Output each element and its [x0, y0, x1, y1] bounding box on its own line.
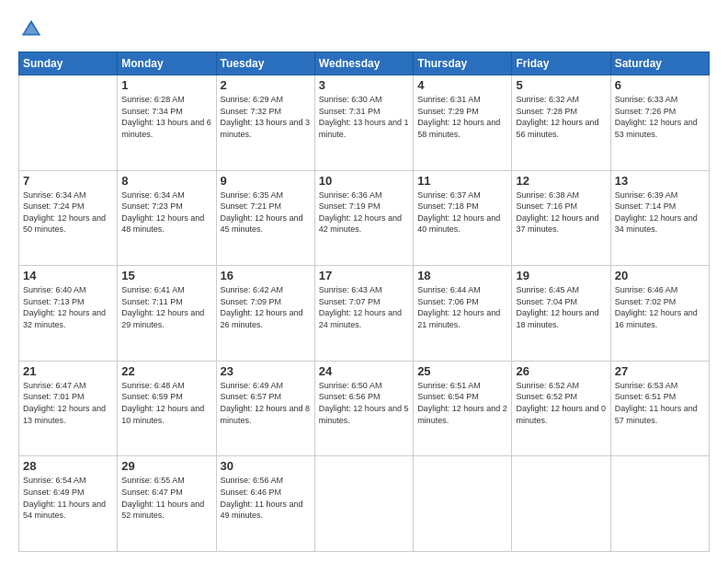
calendar-cell: 5 Sunrise: 6:32 AMSunset: 7:28 PMDayligh… [512, 75, 610, 171]
day-number: 21 [23, 364, 113, 378]
calendar-cell: 28 Sunrise: 6:54 AMSunset: 6:49 PMDaylig… [19, 456, 118, 552]
calendar-cell: 17 Sunrise: 6:43 AMSunset: 7:07 PMDaylig… [314, 266, 413, 362]
cell-text: Sunrise: 6:45 AMSunset: 7:04 PMDaylight:… [516, 285, 598, 329]
day-number: 23 [221, 364, 311, 378]
calendar-cell: 15 Sunrise: 6:41 AMSunset: 7:11 PMDaylig… [118, 266, 216, 362]
weekday-header-monday: Monday [118, 52, 216, 75]
day-number: 22 [121, 364, 211, 378]
calendar-cell: 10 Sunrise: 6:36 AMSunset: 7:19 PMDaylig… [314, 170, 413, 266]
day-number: 5 [516, 78, 606, 92]
calendar-cell: 27 Sunrise: 6:53 AMSunset: 6:51 PMDaylig… [610, 361, 709, 456]
day-number: 12 [516, 174, 606, 188]
calendar-cell: 21 Sunrise: 6:47 AMSunset: 7:01 PMDaylig… [19, 361, 118, 456]
cell-text: Sunrise: 6:41 AMSunset: 7:11 PMDaylight:… [121, 285, 204, 329]
week-row-3: 14 Sunrise: 6:40 AMSunset: 7:13 PMDaylig… [19, 266, 710, 362]
week-row-1: 1 Sunrise: 6:28 AMSunset: 7:34 PMDayligh… [19, 75, 710, 171]
calendar-cell: 20 Sunrise: 6:46 AMSunset: 7:02 PMDaylig… [610, 266, 709, 362]
calendar-cell: 6 Sunrise: 6:33 AMSunset: 7:26 PMDayligh… [610, 75, 709, 171]
calendar-cell: 1 Sunrise: 6:28 AMSunset: 7:34 PMDayligh… [118, 75, 216, 171]
calendar-cell [610, 456, 709, 552]
cell-text: Sunrise: 6:39 AMSunset: 7:14 PMDaylight:… [615, 190, 698, 235]
calendar-cell: 3 Sunrise: 6:30 AMSunset: 7:31 PMDayligh… [314, 75, 413, 171]
cell-text: Sunrise: 6:33 AMSunset: 7:26 PMDaylight:… [615, 95, 698, 139]
cell-text: Sunrise: 6:52 AMSunset: 6:52 PMDaylight:… [516, 381, 606, 425]
weekday-header-thursday: Thursday [414, 52, 512, 75]
cell-text: Sunrise: 6:56 AMSunset: 6:46 PMDaylight:… [221, 476, 303, 520]
weekday-header-sunday: Sunday [19, 52, 118, 75]
weekday-header-friday: Friday [512, 52, 610, 75]
calendar-cell [512, 456, 610, 552]
cell-text: Sunrise: 6:35 AMSunset: 7:21 PMDaylight:… [221, 190, 303, 235]
day-number: 11 [417, 174, 507, 188]
cell-text: Sunrise: 6:30 AMSunset: 7:31 PMDaylight:… [319, 95, 409, 139]
calendar-cell: 4 Sunrise: 6:31 AMSunset: 7:29 PMDayligh… [414, 75, 512, 171]
cell-text: Sunrise: 6:55 AMSunset: 6:47 PMDaylight:… [121, 476, 204, 520]
cell-text: Sunrise: 6:36 AMSunset: 7:19 PMDaylight:… [319, 190, 402, 235]
calendar-cell [414, 456, 512, 552]
day-number: 29 [121, 459, 211, 473]
day-number: 30 [221, 459, 311, 473]
calendar-cell: 25 Sunrise: 6:51 AMSunset: 6:54 PMDaylig… [414, 361, 512, 456]
calendar-cell: 12 Sunrise: 6:38 AMSunset: 7:16 PMDaylig… [512, 170, 610, 266]
day-number: 6 [615, 78, 705, 92]
cell-text: Sunrise: 6:51 AMSunset: 6:54 PMDaylight:… [417, 381, 507, 425]
day-number: 24 [319, 364, 409, 378]
day-number: 25 [417, 364, 507, 378]
calendar-cell: 8 Sunrise: 6:34 AMSunset: 7:23 PMDayligh… [118, 170, 216, 266]
calendar-cell: 18 Sunrise: 6:44 AMSunset: 7:06 PMDaylig… [414, 266, 512, 362]
page: SundayMondayTuesdayWednesdayThursdayFrid… [0, 0, 728, 563]
logo [18, 17, 46, 42]
cell-text: Sunrise: 6:46 AMSunset: 7:02 PMDaylight:… [615, 285, 698, 329]
cell-text: Sunrise: 6:31 AMSunset: 7:29 PMDaylight:… [417, 95, 500, 139]
week-row-4: 21 Sunrise: 6:47 AMSunset: 7:01 PMDaylig… [19, 361, 710, 456]
day-number: 18 [417, 269, 507, 282]
calendar-cell: 24 Sunrise: 6:50 AMSunset: 6:56 PMDaylig… [314, 361, 413, 456]
cell-text: Sunrise: 6:49 AMSunset: 6:57 PMDaylight:… [221, 381, 311, 425]
cell-text: Sunrise: 6:53 AMSunset: 6:51 PMDaylight:… [615, 381, 698, 425]
day-number: 20 [615, 269, 705, 282]
day-number: 16 [221, 269, 311, 282]
calendar-cell: 7 Sunrise: 6:34 AMSunset: 7:24 PMDayligh… [19, 170, 118, 266]
day-number: 9 [221, 174, 311, 188]
day-number: 1 [121, 78, 211, 92]
cell-text: Sunrise: 6:32 AMSunset: 7:28 PMDaylight:… [516, 95, 598, 139]
calendar-cell: 26 Sunrise: 6:52 AMSunset: 6:52 PMDaylig… [512, 361, 610, 456]
calendar-cell [19, 75, 118, 171]
calendar-cell: 11 Sunrise: 6:37 AMSunset: 7:18 PMDaylig… [414, 170, 512, 266]
weekday-header-saturday: Saturday [610, 52, 709, 75]
cell-text: Sunrise: 6:43 AMSunset: 7:07 PMDaylight:… [319, 285, 402, 329]
calendar-cell: 30 Sunrise: 6:56 AMSunset: 6:46 PMDaylig… [216, 456, 314, 552]
day-number: 4 [417, 78, 507, 92]
weekday-header-tuesday: Tuesday [216, 52, 314, 75]
calendar-cell: 29 Sunrise: 6:55 AMSunset: 6:47 PMDaylig… [118, 456, 216, 552]
cell-text: Sunrise: 6:40 AMSunset: 7:13 PMDaylight:… [23, 285, 106, 329]
calendar-cell: 2 Sunrise: 6:29 AMSunset: 7:32 PMDayligh… [216, 75, 314, 171]
logo-icon [18, 17, 44, 42]
calendar-cell: 16 Sunrise: 6:42 AMSunset: 7:09 PMDaylig… [216, 266, 314, 362]
cell-text: Sunrise: 6:28 AMSunset: 7:34 PMDaylight:… [121, 95, 211, 139]
calendar-cell: 13 Sunrise: 6:39 AMSunset: 7:14 PMDaylig… [610, 170, 709, 266]
calendar: SundayMondayTuesdayWednesdayThursdayFrid… [18, 52, 710, 552]
cell-text: Sunrise: 6:44 AMSunset: 7:06 PMDaylight:… [417, 285, 500, 329]
cell-text: Sunrise: 6:42 AMSunset: 7:09 PMDaylight:… [221, 285, 303, 329]
cell-text: Sunrise: 6:38 AMSunset: 7:16 PMDaylight:… [516, 190, 598, 235]
cell-text: Sunrise: 6:48 AMSunset: 6:59 PMDaylight:… [121, 381, 204, 425]
day-number: 14 [23, 269, 113, 282]
day-number: 17 [319, 269, 409, 282]
weekday-header-wednesday: Wednesday [314, 52, 413, 75]
day-number: 10 [319, 174, 409, 188]
cell-text: Sunrise: 6:29 AMSunset: 7:32 PMDaylight:… [221, 95, 311, 139]
calendar-cell: 22 Sunrise: 6:48 AMSunset: 6:59 PMDaylig… [118, 361, 216, 456]
cell-text: Sunrise: 6:47 AMSunset: 7:01 PMDaylight:… [23, 381, 106, 425]
day-number: 15 [121, 269, 211, 282]
cell-text: Sunrise: 6:34 AMSunset: 7:23 PMDaylight:… [121, 190, 204, 235]
calendar-cell: 19 Sunrise: 6:45 AMSunset: 7:04 PMDaylig… [512, 266, 610, 362]
header [18, 17, 710, 42]
calendar-cell: 9 Sunrise: 6:35 AMSunset: 7:21 PMDayligh… [216, 170, 314, 266]
cell-text: Sunrise: 6:54 AMSunset: 6:49 PMDaylight:… [23, 476, 106, 520]
cell-text: Sunrise: 6:34 AMSunset: 7:24 PMDaylight:… [23, 190, 106, 235]
day-number: 28 [23, 459, 113, 473]
day-number: 13 [615, 174, 705, 188]
calendar-cell: 14 Sunrise: 6:40 AMSunset: 7:13 PMDaylig… [19, 266, 118, 362]
weekday-header-row: SundayMondayTuesdayWednesdayThursdayFrid… [19, 52, 710, 75]
